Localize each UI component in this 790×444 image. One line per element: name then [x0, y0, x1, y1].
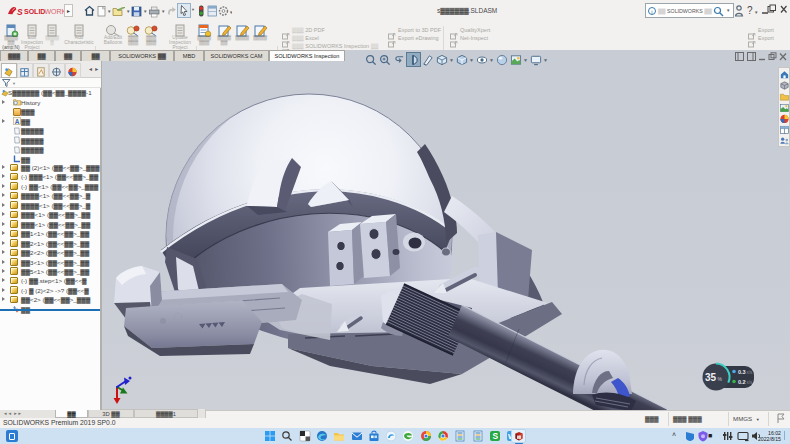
svg-text:▼: ▼ [754, 10, 758, 15]
svg-text:SOLID: SOLID [24, 8, 45, 15]
svg-text:WORKS: WORKS [45, 8, 67, 15]
svg-text:0.3: 0.3 [738, 369, 746, 375]
svg-text:S: S [17, 7, 23, 17]
svg-text:x/s: x/s [747, 380, 754, 385]
svg-text:x/s: x/s [747, 370, 754, 375]
svg-text:▼: ▼ [107, 9, 111, 14]
svg-text:▼: ▼ [143, 9, 147, 14]
svg-text:A: A [15, 118, 20, 125]
svg-text:%: % [718, 376, 723, 382]
svg-text:▼: ▼ [126, 9, 130, 14]
svg-text:▼: ▼ [161, 9, 165, 14]
svg-text:S: S [492, 431, 498, 441]
svg-text:?: ? [747, 5, 753, 16]
svg-text:▼: ▼ [229, 10, 232, 15]
svg-text:35: 35 [705, 372, 717, 383]
svg-text:0.2: 0.2 [738, 379, 746, 385]
